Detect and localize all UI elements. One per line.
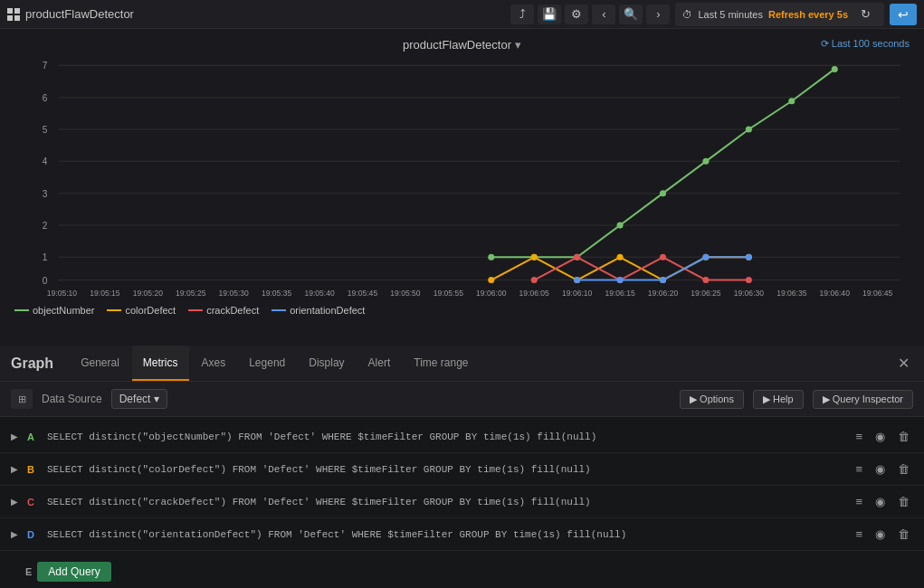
tab-display[interactable]: Display bbox=[298, 346, 355, 381]
query-d-delete-button[interactable]: 🗑 bbox=[894, 526, 913, 543]
query-b-toggle-button[interactable]: ◉ bbox=[872, 460, 889, 478]
close-panel-button[interactable]: ✕ bbox=[891, 351, 917, 375]
datasource-select-label: Defect bbox=[119, 393, 151, 405]
chart-time-range: ⟳ Last 100 seconds bbox=[821, 38, 910, 50]
add-query-letter: E bbox=[25, 566, 32, 577]
add-query-row: E Add Query bbox=[0, 555, 924, 588]
svg-text:19:06:00: 19:06:00 bbox=[476, 289, 507, 298]
svg-point-63 bbox=[746, 254, 752, 261]
share-button[interactable]: ⤴ bbox=[510, 5, 534, 24]
query-a-toggle-button[interactable]: ◉ bbox=[872, 428, 889, 445]
tab-general[interactable]: General bbox=[70, 346, 130, 381]
clock-icon: ⏱ bbox=[682, 9, 692, 20]
svg-text:19:05:35: 19:05:35 bbox=[262, 289, 292, 298]
svg-rect-0 bbox=[14, 56, 910, 298]
app-title: productFlawDetector bbox=[25, 7, 134, 21]
datasource-select[interactable]: Defect ▾ bbox=[111, 389, 168, 409]
svg-point-44 bbox=[788, 98, 795, 104]
svg-text:19:05:15: 19:05:15 bbox=[90, 289, 120, 298]
query-c-collapse[interactable]: ▶ bbox=[11, 497, 20, 507]
topbar: productFlawDetector ⤴ 💾 ⚙ ‹ 🔍 › ⏱ Last 5… bbox=[0, 0, 924, 29]
svg-point-60 bbox=[617, 277, 624, 283]
svg-text:7: 7 bbox=[43, 61, 48, 71]
refresh-icon-button[interactable]: ↻ bbox=[853, 5, 877, 24]
query-c-delete-button[interactable]: 🗑 bbox=[894, 493, 913, 510]
svg-text:3: 3 bbox=[43, 189, 48, 199]
legend-objectnumber: objectNumber bbox=[14, 305, 94, 316]
query-d-toggle-button[interactable]: ◉ bbox=[872, 526, 889, 543]
svg-text:19:06:35: 19:06:35 bbox=[776, 289, 807, 298]
settings-button[interactable]: ⚙ bbox=[565, 5, 588, 24]
query-a-collapse[interactable]: ▶ bbox=[11, 432, 20, 441]
nav-prev-button[interactable]: ‹ bbox=[592, 5, 615, 24]
svg-point-37 bbox=[488, 254, 494, 261]
legend-orientationdefect: orientationDefect bbox=[271, 305, 365, 316]
svg-point-47 bbox=[531, 254, 538, 261]
svg-text:19:06:40: 19:06:40 bbox=[820, 289, 851, 298]
save-button[interactable]: 💾 bbox=[538, 5, 561, 24]
tab-metrics[interactable]: Metrics bbox=[132, 346, 189, 381]
query-d-menu-button[interactable]: ≡ bbox=[852, 526, 866, 543]
query-row-c: ▶ C SELECT distinct("crackDefect") FROM … bbox=[0, 486, 924, 518]
query-c-toggle-button[interactable]: ◉ bbox=[872, 493, 889, 510]
tabs-bar: Graph General Metrics Axes Legend Displa… bbox=[0, 346, 924, 382]
query-b-delete-button[interactable]: 🗑 bbox=[894, 460, 913, 478]
nav-next-button[interactable]: › bbox=[646, 5, 670, 24]
svg-point-59 bbox=[574, 277, 580, 283]
help-button[interactable]: ▶ Help bbox=[753, 390, 804, 409]
query-b-collapse[interactable]: ▶ bbox=[11, 464, 20, 474]
query-b-menu-button[interactable]: ≡ bbox=[852, 460, 866, 478]
legend-colordefect-line bbox=[107, 309, 121, 311]
legend-objectnumber-label: objectNumber bbox=[33, 305, 94, 316]
tab-alert[interactable]: Alert bbox=[357, 346, 402, 381]
chart-container: productFlawDetector ▾ ⟳ Last 100 seconds… bbox=[0, 29, 924, 346]
refresh-button[interactable]: Refresh every 5s bbox=[768, 9, 848, 20]
svg-text:19:05:50: 19:05:50 bbox=[390, 289, 421, 298]
add-query-button[interactable]: Add Query bbox=[37, 562, 110, 582]
svg-text:19:06:20: 19:06:20 bbox=[648, 289, 679, 298]
query-d-letter: D bbox=[27, 529, 40, 540]
query-inspector-button[interactable]: ▶ Query Inspector bbox=[813, 390, 913, 409]
query-a-letter: A bbox=[27, 432, 40, 442]
legend-crackdefect-line bbox=[188, 309, 203, 311]
svg-text:2: 2 bbox=[43, 221, 48, 231]
svg-point-57 bbox=[702, 277, 709, 283]
svg-text:5: 5 bbox=[43, 125, 48, 135]
chart-title-dropdown-icon[interactable]: ▾ bbox=[515, 38, 521, 52]
query-b-letter: B bbox=[27, 464, 40, 475]
datasource-icon: ⊞ bbox=[11, 389, 33, 409]
tab-legend[interactable]: Legend bbox=[238, 346, 296, 381]
svg-text:19:05:10: 19:05:10 bbox=[47, 289, 78, 298]
svg-point-41 bbox=[660, 190, 666, 196]
tab-time-range[interactable]: Time range bbox=[403, 346, 479, 381]
datasource-select-arrow: ▾ bbox=[154, 393, 159, 405]
legend-colordefect: colorDefect bbox=[107, 305, 176, 316]
query-d-collapse[interactable]: ▶ bbox=[11, 529, 20, 539]
query-a-menu-button[interactable]: ≡ bbox=[852, 428, 866, 445]
query-row-b: ▶ B SELECT distinct("colorDefect") FROM … bbox=[0, 453, 924, 486]
svg-text:19:06:30: 19:06:30 bbox=[734, 289, 765, 298]
back-button[interactable]: ↩ bbox=[890, 4, 917, 25]
svg-text:1: 1 bbox=[43, 252, 48, 262]
svg-text:19:06:10: 19:06:10 bbox=[562, 289, 593, 298]
svg-text:6: 6 bbox=[43, 93, 48, 103]
query-d-actions: ≡ ◉ 🗑 bbox=[852, 526, 913, 543]
query-c-actions: ≡ ◉ 🗑 bbox=[852, 493, 913, 510]
legend-orientationdefect-line bbox=[271, 309, 286, 311]
svg-point-45 bbox=[832, 66, 838, 72]
svg-text:19:05:25: 19:05:25 bbox=[176, 289, 206, 298]
legend-orientationdefect-label: orientationDefect bbox=[290, 305, 365, 316]
legend-crackdefect: crackDefect bbox=[188, 305, 259, 316]
svg-text:19:05:30: 19:05:30 bbox=[219, 289, 250, 298]
query-c-menu-button[interactable]: ≡ bbox=[852, 493, 866, 510]
zoom-button[interactable]: 🔍 bbox=[619, 5, 643, 24]
svg-text:19:06:25: 19:06:25 bbox=[691, 289, 721, 298]
legend-crackdefect-label: crackDefect bbox=[206, 305, 259, 316]
options-button[interactable]: ▶ Options bbox=[680, 390, 744, 409]
query-a-actions: ≡ ◉ 🗑 bbox=[852, 428, 913, 445]
svg-text:19:06:15: 19:06:15 bbox=[605, 289, 635, 298]
query-c-text: SELECT distinct("crackDefect") FROM 'Def… bbox=[47, 497, 844, 507]
query-a-delete-button[interactable]: 🗑 bbox=[894, 428, 913, 445]
tab-axes[interactable]: Axes bbox=[191, 346, 237, 381]
svg-point-61 bbox=[660, 277, 666, 283]
